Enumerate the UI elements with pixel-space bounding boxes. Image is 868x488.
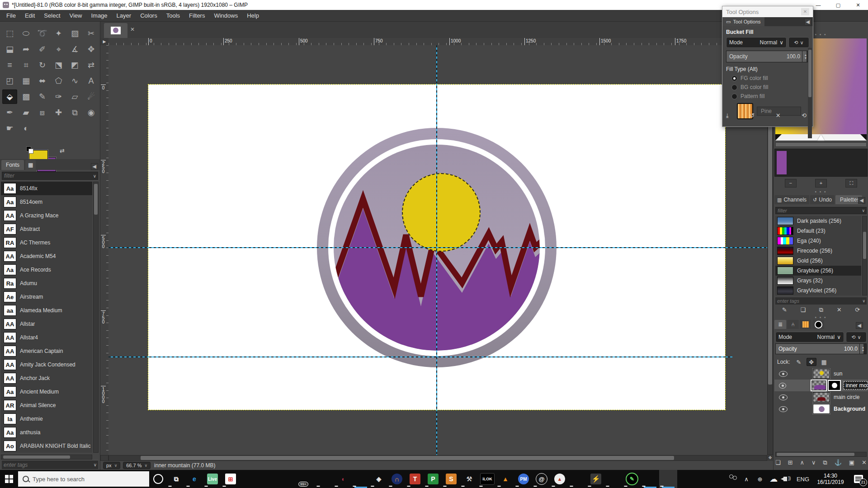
tool-icon[interactable]: ⌖ bbox=[51, 42, 66, 56]
tab-layers[interactable]: ≣ bbox=[774, 320, 786, 329]
menu-item[interactable]: Windows bbox=[209, 10, 242, 21]
palette-action-button[interactable]: ⟳ bbox=[855, 306, 860, 314]
maximize-button[interactable]: ▢ bbox=[828, 0, 848, 10]
gradient-segment-swatch[interactable] bbox=[777, 151, 787, 174]
taskbar-icon[interactable]: PM bbox=[514, 470, 533, 488]
tool-icon[interactable]: ↻ bbox=[35, 58, 50, 72]
tab-tool-options[interactable]: ▭ Tool Options bbox=[722, 17, 764, 26]
menu-item[interactable]: Layer bbox=[112, 10, 136, 21]
close-button[interactable]: ✕ bbox=[848, 0, 868, 10]
layer-action-button[interactable]: ∨ bbox=[811, 459, 816, 466]
swap-colors-icon[interactable]: ⇄ bbox=[60, 147, 65, 154]
tool-icon[interactable]: ▱ bbox=[67, 89, 82, 104]
taskbar-icon[interactable]: ◖ bbox=[334, 470, 352, 488]
taskbar-icon[interactable]: ✎ bbox=[623, 470, 641, 488]
fill-type-radio[interactable]: FG color fill bbox=[731, 75, 809, 81]
taskbar-icon[interactable]: S bbox=[442, 470, 460, 488]
font-list-item[interactable]: AA Allstar4 bbox=[1, 331, 92, 344]
layer-thumbnail[interactable] bbox=[813, 404, 830, 414]
font-list-item[interactable]: AA Amity Jack Condensed bbox=[1, 358, 92, 371]
taskbar-icon[interactable]: ⧉ bbox=[167, 470, 185, 488]
tool-icon[interactable]: ✒ bbox=[2, 105, 17, 120]
font-list-item[interactable]: AA Anchor Jack bbox=[1, 371, 92, 385]
tool-icon[interactable]: ⧈ bbox=[35, 105, 50, 120]
taskbar-icon[interactable]: ⚒ bbox=[460, 470, 478, 488]
gradient-scrollbar[interactable] bbox=[775, 142, 867, 147]
dock-arrow-icon[interactable]: ◀ bbox=[856, 322, 863, 329]
taskbar-icon[interactable]: @ bbox=[533, 470, 551, 488]
close-tab-icon[interactable]: ✕ bbox=[130, 26, 135, 33]
cortana-button[interactable] bbox=[149, 470, 167, 488]
layer-row-main-circle[interactable]: main circle bbox=[774, 391, 868, 403]
tool-icon[interactable]: ⬌ bbox=[35, 74, 50, 88]
taskbar-icon[interactable] bbox=[641, 470, 659, 488]
visibility-eye-icon[interactable] bbox=[779, 406, 788, 412]
close-icon[interactable]: ✕ bbox=[801, 8, 809, 15]
layer-mode-reset[interactable]: ⟲∨ bbox=[846, 332, 867, 343]
taskbar-icon[interactable] bbox=[316, 470, 334, 488]
tool-icon[interactable]: ⬚ bbox=[2, 26, 17, 41]
layer-action-button[interactable]: ⚓ bbox=[835, 459, 842, 466]
start-button[interactable] bbox=[0, 470, 18, 488]
palette-scrollbar[interactable] bbox=[862, 216, 867, 296]
palette-list-item[interactable]: Firecode (256) bbox=[775, 246, 861, 256]
tab-fonts[interactable]: Fonts bbox=[1, 160, 24, 170]
tool-icon[interactable]: ✑ bbox=[51, 89, 66, 104]
tool-options-action-button[interactable]: ↺ bbox=[750, 112, 755, 119]
font-list-item[interactable]: Aa 8514fix bbox=[1, 182, 92, 195]
tool-icon[interactable]: ▰ bbox=[19, 105, 33, 120]
font-list-item[interactable]: Aa anthusia bbox=[1, 426, 92, 439]
layer-name[interactable]: Background bbox=[834, 406, 865, 412]
tool-icon[interactable]: ⬭ bbox=[19, 26, 33, 41]
mode-reset-button[interactable]: ⟲∨ bbox=[788, 37, 809, 48]
layers-hscrollbar[interactable] bbox=[775, 452, 867, 457]
tool-icon[interactable]: ◉ bbox=[84, 105, 99, 120]
font-list-item[interactable]: AR Animal Silence bbox=[1, 399, 92, 412]
tool-icon[interactable]: ⬓ bbox=[2, 42, 17, 56]
font-list-item[interactable]: aa Alameda Medium bbox=[1, 304, 92, 317]
font-list-item[interactable]: Ia Anthemie bbox=[1, 412, 92, 426]
taskbar-icon[interactable]: P bbox=[424, 470, 442, 488]
quick-mask-toggle[interactable] bbox=[100, 455, 108, 461]
tool-icon[interactable]: ✦ bbox=[51, 26, 66, 41]
font-list-item[interactable]: Ra Adumu bbox=[1, 277, 92, 290]
tool-icon[interactable]: ☄ bbox=[84, 89, 99, 104]
zoom-in-button[interactable]: + bbox=[815, 179, 827, 188]
layer-name[interactable]: main circle bbox=[834, 394, 859, 400]
tool-icon[interactable]: ∡ bbox=[67, 42, 82, 56]
menu-item[interactable]: Colors bbox=[136, 10, 162, 21]
font-list-item[interactable]: AA Academic M54 bbox=[1, 249, 92, 263]
tool-icon[interactable]: ✚ bbox=[51, 105, 66, 120]
font-list-item[interactable]: RA AC Thermes bbox=[1, 236, 92, 249]
font-list-item[interactable]: AA A Grazing Mace bbox=[1, 209, 92, 222]
onedrive-icon[interactable]: ☁ bbox=[767, 470, 780, 488]
taskbar-icon[interactable]: ⊞ bbox=[222, 470, 240, 488]
layer-name-edit-field[interactable]: inner mou bbox=[844, 381, 868, 389]
menu-item[interactable]: Help bbox=[242, 10, 264, 21]
layer-mode-select[interactable]: Mode Normal∨ bbox=[775, 332, 844, 343]
chevron-down-icon[interactable]: ∨ bbox=[93, 174, 98, 178]
taskbar-icon[interactable] bbox=[352, 470, 370, 488]
palette-list-item[interactable]: GrayViolet (256) bbox=[775, 286, 861, 296]
layer-action-button[interactable]: ▣ bbox=[849, 459, 854, 466]
tool-options-action-button[interactable]: ⟲ bbox=[802, 112, 807, 119]
taskbar-icon[interactable]: T bbox=[406, 470, 424, 488]
tool-icon[interactable]: ⬠ bbox=[51, 74, 66, 88]
palette-action-button[interactable]: ❏ bbox=[800, 306, 806, 314]
font-list-item[interactable]: AA American Captain bbox=[1, 344, 92, 358]
gradient-slider[interactable] bbox=[775, 134, 867, 141]
tool-icon[interactable]: ✂ bbox=[84, 26, 99, 41]
tab-brushes[interactable] bbox=[812, 320, 824, 329]
taskbar-icon[interactable]: 99+ bbox=[297, 470, 316, 488]
palette-list-item[interactable]: Grays (32) bbox=[775, 276, 861, 286]
font-list-item[interactable]: Aa Ancient Medium bbox=[1, 385, 92, 399]
font-list-item[interactable]: Ae Airstream bbox=[1, 290, 92, 304]
language-indicator[interactable]: ENG bbox=[794, 470, 812, 488]
tool-icon[interactable]: ∿ bbox=[67, 74, 82, 88]
tool-icon[interactable]: A bbox=[84, 74, 99, 88]
tool-options-action-button[interactable]: ✕ bbox=[776, 112, 781, 119]
layer-action-button[interactable]: ⧉ bbox=[823, 459, 827, 466]
font-list-item[interactable]: AF Abstract bbox=[1, 222, 92, 236]
menu-item[interactable]: Image bbox=[86, 10, 112, 21]
layer-row-background[interactable]: Background bbox=[774, 403, 868, 415]
